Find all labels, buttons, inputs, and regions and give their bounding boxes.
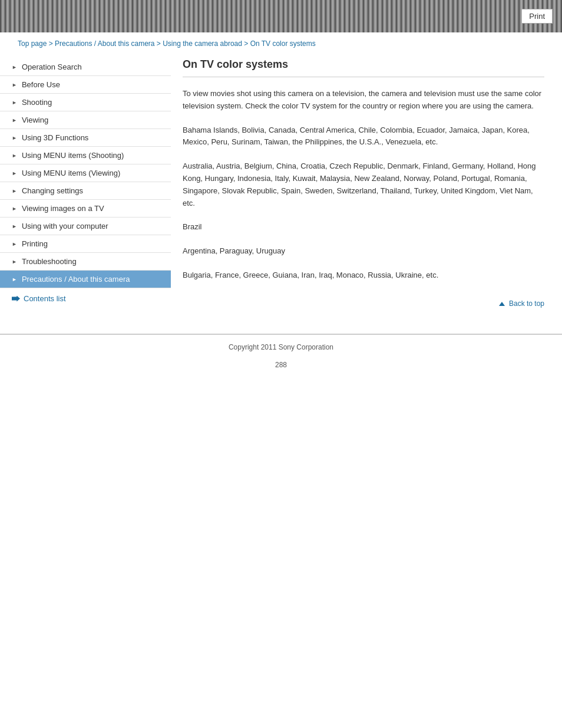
chevron-right-icon: ► bbox=[12, 82, 17, 88]
main-layout: ► Operation Search ► Before Use ► Shooti… bbox=[0, 52, 562, 334]
sidebar-item-using-3d[interactable]: ► Using 3D Functions bbox=[0, 129, 171, 147]
sidebar-item-shooting[interactable]: ► Shooting bbox=[0, 94, 171, 111]
breadcrumb: Top page > Precautions / About this came… bbox=[0, 32, 562, 52]
pal-text: Australia, Austria, Belgium, China, Croa… bbox=[183, 160, 544, 209]
chevron-right-icon: ► bbox=[12, 100, 17, 106]
sidebar-item-label: Operation Search bbox=[22, 62, 161, 71]
paln-section: Argentina, Paraguay, Uruguay bbox=[183, 245, 544, 258]
chevron-right-icon: ► bbox=[12, 135, 17, 141]
sidebar-item-precautions[interactable]: ► Precautions / About this camera bbox=[0, 271, 171, 288]
sidebar-item-label: Using 3D Functions bbox=[22, 133, 161, 142]
content-area: On TV color systems To view movies shot … bbox=[171, 52, 562, 322]
sidebar-item-viewing[interactable]: ► Viewing bbox=[0, 111, 171, 129]
ntsc-section: Bahama Islands, Bolivia, Canada, Central… bbox=[183, 124, 544, 149]
sidebar-item-menu-shooting[interactable]: ► Using MENU items (Shooting) bbox=[0, 147, 171, 164]
chevron-right-icon: ► bbox=[12, 64, 17, 70]
sidebar-item-using-computer[interactable]: ► Using with your computer bbox=[0, 218, 171, 235]
page-number: 288 bbox=[0, 355, 562, 371]
sidebar-item-label: Precautions / About this camera bbox=[22, 275, 161, 284]
footer: Copyright 2011 Sony Corporation bbox=[0, 334, 562, 355]
print-button[interactable]: Print bbox=[521, 9, 553, 24]
page-title: On TV color systems bbox=[183, 58, 544, 77]
breadcrumb-top-page[interactable]: Top page bbox=[18, 39, 47, 48]
sidebar-item-label: Using MENU items (Shooting) bbox=[22, 151, 161, 160]
sidebar-item-changing-settings[interactable]: ► Changing settings bbox=[0, 182, 171, 200]
chevron-right-icon: ► bbox=[12, 206, 17, 212]
sidebar-item-label: Troubleshooting bbox=[22, 257, 161, 266]
breadcrumb-using-camera-abroad[interactable]: Using the camera abroad bbox=[163, 39, 242, 48]
sidebar-item-label: Viewing bbox=[22, 116, 161, 124]
chevron-right-icon: ► bbox=[12, 153, 17, 159]
pal-section: Australia, Austria, Belgium, China, Croa… bbox=[183, 160, 544, 209]
sidebar-item-menu-viewing[interactable]: ► Using MENU items (Viewing) bbox=[0, 164, 171, 182]
back-to-top-link[interactable]: Back to top bbox=[499, 299, 544, 308]
sidebar-item-label: Using MENU items (Viewing) bbox=[22, 169, 161, 177]
sidebar-item-label: Using with your computer bbox=[22, 222, 161, 230]
sidebar: ► Operation Search ► Before Use ► Shooti… bbox=[0, 52, 171, 322]
header-bar: Print bbox=[0, 0, 562, 32]
chevron-right-icon: ► bbox=[12, 223, 17, 229]
sidebar-item-operation-search[interactable]: ► Operation Search bbox=[0, 58, 171, 76]
secam-text: Bulgaria, France, Greece, Guiana, Iran, … bbox=[183, 269, 544, 282]
back-to-top-label: Back to top bbox=[509, 299, 544, 308]
palm-section: Brazil bbox=[183, 221, 544, 233]
breadcrumb-precautions[interactable]: Precautions / About this camera bbox=[55, 39, 154, 48]
chevron-right-icon: ► bbox=[12, 117, 17, 123]
sidebar-item-printing[interactable]: ► Printing bbox=[0, 235, 171, 253]
sidebar-item-label: Changing settings bbox=[22, 186, 161, 195]
sidebar-item-before-use[interactable]: ► Before Use bbox=[0, 76, 171, 94]
intro-section: To view movies shot using this camera on… bbox=[183, 88, 544, 113]
sidebar-item-label: Before Use bbox=[22, 80, 161, 89]
paln-text: Argentina, Paraguay, Uruguay bbox=[183, 245, 544, 258]
back-to-top[interactable]: Back to top bbox=[183, 294, 544, 310]
sidebar-item-viewing-tv[interactable]: ► Viewing images on a TV bbox=[0, 200, 171, 218]
triangle-up-icon bbox=[499, 302, 505, 306]
sidebar-item-troubleshooting[interactable]: ► Troubleshooting bbox=[0, 253, 171, 271]
chevron-right-icon: ► bbox=[12, 241, 17, 247]
chevron-right-icon: ► bbox=[12, 259, 17, 265]
sidebar-item-label: Printing bbox=[22, 239, 161, 248]
intro-text: To view movies shot using this camera on… bbox=[183, 88, 544, 113]
contents-list-link[interactable]: Contents list bbox=[0, 288, 171, 307]
arrow-right-icon bbox=[12, 296, 20, 302]
copyright-text: Copyright 2011 Sony Corporation bbox=[229, 343, 333, 351]
chevron-right-icon: ► bbox=[12, 188, 17, 194]
sidebar-item-label: Viewing images on a TV bbox=[22, 204, 161, 213]
contents-list-label: Contents list bbox=[24, 294, 66, 303]
palm-text: Brazil bbox=[183, 221, 544, 233]
chevron-right-icon: ► bbox=[12, 276, 17, 282]
chevron-right-icon: ► bbox=[12, 170, 17, 176]
secam-section: Bulgaria, France, Greece, Guiana, Iran, … bbox=[183, 269, 544, 282]
breadcrumb-on-tv-color-systems[interactable]: On TV color systems bbox=[250, 39, 316, 48]
ntsc-text: Bahama Islands, Bolivia, Canada, Central… bbox=[183, 124, 544, 149]
sidebar-item-label: Shooting bbox=[22, 98, 161, 107]
